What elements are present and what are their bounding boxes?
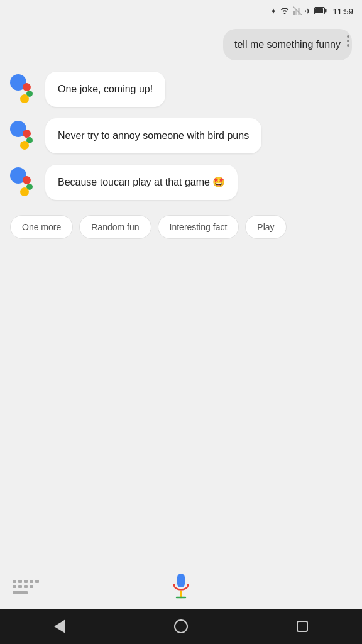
airplane-icon: ✈ bbox=[305, 7, 311, 16]
assistant-logo-1 bbox=[10, 74, 39, 103]
nav-bar bbox=[0, 609, 362, 644]
mic-button[interactable] bbox=[172, 572, 190, 602]
svg-rect-6 bbox=[325, 9, 327, 12]
assistant-message-1: One joke, coming up! bbox=[10, 72, 352, 107]
svg-rect-5 bbox=[315, 8, 323, 13]
svg-rect-7 bbox=[177, 574, 185, 587]
chip-interesting-fact[interactable]: Interesting fact bbox=[158, 215, 239, 239]
assistant-bubble-1: One joke, coming up! bbox=[45, 72, 165, 107]
input-bar bbox=[0, 565, 362, 609]
wifi-icon bbox=[280, 7, 290, 16]
assistant-bubble-2: Never try to annoy someone with bird pun… bbox=[45, 118, 261, 153]
assistant-logo-2 bbox=[10, 121, 39, 150]
status-icons: ✦ ✈ 11:59 bbox=[270, 6, 353, 17]
svg-rect-0 bbox=[293, 11, 295, 15]
assistant-logo-3 bbox=[10, 167, 39, 196]
back-button[interactable] bbox=[54, 619, 65, 633]
keyboard-icon[interactable] bbox=[13, 580, 39, 594]
chip-one-more[interactable]: One more bbox=[10, 215, 73, 239]
recents-button[interactable] bbox=[297, 621, 308, 632]
status-bar: ✦ ✈ 11:59 bbox=[0, 0, 362, 23]
chip-play[interactable]: Play bbox=[245, 215, 286, 239]
status-time: 11:59 bbox=[332, 7, 353, 16]
user-message-bubble: tell me something funny bbox=[223, 29, 352, 60]
assistant-bubble-3: Because toucan play at that game 🤩 bbox=[45, 165, 238, 200]
user-message-wrap: tell me something funny bbox=[10, 29, 352, 60]
chips-row: One more Random fun Interesting fact Pla… bbox=[10, 211, 352, 245]
home-button[interactable] bbox=[174, 619, 188, 633]
more-options-icon[interactable] bbox=[344, 33, 352, 49]
chat-area: tell me something funny One joke, coming… bbox=[0, 23, 362, 565]
chip-random-fun[interactable]: Random fun bbox=[79, 215, 151, 239]
battery-icon bbox=[314, 7, 327, 16]
assistant-message-2: Never try to annoy someone with bird pun… bbox=[10, 118, 352, 153]
assistant-message-3: Because toucan play at that game 🤩 bbox=[10, 165, 352, 200]
signal-icon bbox=[293, 6, 302, 17]
bluetooth-icon: ✦ bbox=[270, 7, 277, 16]
